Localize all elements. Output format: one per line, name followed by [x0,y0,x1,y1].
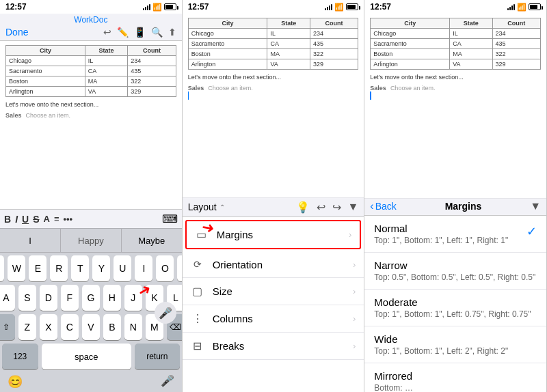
key-s[interactable]: S [18,285,36,311]
list-icon[interactable]: ≡ [54,214,59,224]
emoji-key[interactable]: 😊 [8,374,23,389]
key-a[interactable]: A [0,285,15,311]
undo-icon-2[interactable]: ↩ [317,201,325,214]
key-c[interactable]: C [61,314,79,340]
size-icon: ▢ [191,285,204,298]
text-color-icon[interactable]: A [43,214,49,224]
key-t[interactable]: T [71,255,89,281]
key-o[interactable]: O [156,255,174,281]
key-w[interactable]: W [8,255,25,281]
margin-option-normal[interactable]: Normal Top: 1", Bottom: 1", Left: 1", Ri… [364,216,546,253]
sales-dropdown-3[interactable]: Choose an item. [390,85,436,92]
strikethrough-icon[interactable]: S [33,214,39,225]
app-title: WorkDoc [5,15,176,25]
panel-margins: 12:57 📶 City State Count ChicagoIL234Sac… [364,0,547,392]
undo-icon[interactable]: ↩ [103,27,111,38]
doc-header: WorkDoc Done ↩ ✏️ 📱 🔍 ⬆ [0,14,182,41]
menu-item-columns[interactable]: ⋮ Columns › [183,305,364,333]
table-row: BostonMA322 [6,76,176,87]
back-button[interactable]: ‹ Back [370,200,396,212]
table-cell: Sacramento [188,39,267,49]
margin-desc-1: Top: 0.5", Bottom: 0.5", Left: 0.5", Rig… [374,272,535,282]
keyboard-icon[interactable]: ⌨ [162,212,178,225]
table-cell: Chicago [188,29,267,39]
table-cell: Boston [188,49,267,59]
layout-title[interactable]: Layout ⌃ [188,201,225,212]
margins-chevron-icon: › [349,229,351,240]
menu-item-orientation[interactable]: ⟳ Orientation › [183,252,364,278]
menu-item-breaks[interactable]: ⊟ Breaks › [183,333,364,360]
key-u[interactable]: U [114,255,131,281]
key-g[interactable]: G [82,285,100,311]
key-n[interactable]: N [124,314,142,340]
key-i[interactable]: I [135,255,152,281]
status-icons-3: 📶 [507,3,541,12]
signal-icon-1 [143,3,150,10]
shift-key[interactable]: ⇧ [0,314,15,340]
key-h[interactable]: H [103,285,121,311]
status-bar-1: 12:57 📶 [0,0,182,14]
dropdown-arrow-icon[interactable]: ▼ [348,201,359,213]
table-row: ArlingtonVA329 [188,59,358,70]
margins-dropdown-icon[interactable]: ▼ [530,200,541,212]
signal-icon-3 [507,3,515,10]
orientation-label: Orientation [213,259,353,270]
sales-dropdown-2[interactable]: Choose an item. [208,85,253,92]
search-icon[interactable]: 🔍 [151,27,163,38]
key-x[interactable]: X [40,314,57,340]
key-y[interactable]: Y [92,255,110,281]
margin-desc-4: Bottom: … [374,383,413,392]
table-cell: Chicago [371,29,450,39]
italic-icon[interactable]: I [15,214,18,225]
margin-option-narrow[interactable]: Narrow Top: 0.5", Bottom: 0.5", Left: 0.… [364,253,546,290]
doc-toolbar: Done ↩ ✏️ 📱 🔍 ⬆ [5,27,176,38]
keyboard-row-3: ⇧ Z X C V B N M ⌫ [2,314,180,340]
space-key[interactable]: space [42,344,131,369]
margin-option-mirrored[interactable]: Mirrored Bottom: … [364,363,546,392]
device-icon[interactable]: 📱 [134,27,146,38]
more-icon[interactable]: ••• [63,214,72,224]
key-f[interactable]: F [61,285,79,311]
sales-dropdown-1[interactable]: Choose an item. [26,112,71,119]
mic-button[interactable]: 🎤 [155,302,176,324]
done-button[interactable]: Done [5,27,28,38]
share-icon[interactable]: ⬆ [168,27,176,38]
table-cell: Arlington [371,59,450,70]
key-d[interactable]: D [40,285,57,311]
key-v[interactable]: V [82,314,100,340]
return-key[interactable]: return [135,344,180,369]
autocorrect-item-2[interactable]: Happy [61,229,122,252]
redo-icon[interactable]: ↪ [332,201,341,214]
autocorrect-bar: I Happy Maybe [0,228,182,253]
table-row: SacramentoCA435 [6,66,176,76]
table-cell: 329 [128,87,176,97]
key-q[interactable]: Q [0,255,4,281]
wifi-icon-1: 📶 [152,3,162,12]
margin-option-moderate[interactable]: Moderate Top: 1", Bottom: 1", Left: 0.75… [364,290,546,326]
underline-icon[interactable]: U [22,214,29,225]
bold-icon[interactable]: B [4,214,11,225]
menu-item-size[interactable]: ▢ Size › [183,278,364,305]
table-cell: IL [85,56,127,66]
sales-label-1: Sales [5,112,22,119]
autocorrect-item-3[interactable]: Maybe [122,229,182,252]
key-e[interactable]: E [29,255,46,281]
key-r[interactable]: R [50,255,68,281]
key-p[interactable]: P [177,255,182,281]
table-cell: 435 [492,39,540,49]
table-row: ChicagoIL234 [188,29,358,39]
kb-mic-key[interactable]: 🎤 [161,374,174,389]
layout-header: Layout ⌃ 💡 ↩ ↪ ▼ ➜ [183,198,364,217]
key-z[interactable]: Z [18,314,36,340]
lightbulb-icon[interactable]: 💡 [296,201,310,214]
back-arrow-icon: ‹ [370,200,373,212]
key-b[interactable]: B [103,314,121,340]
edit-icon[interactable]: ✏️ [117,27,129,38]
autocorrect-item-1[interactable]: I [0,229,61,252]
doc-table-3: City State Count ChicagoIL234SacramentoC… [370,18,541,70]
col3-count: Count [492,18,540,29]
num-key[interactable]: 123 [2,344,38,369]
doc-icons: ↩ ✏️ 📱 🔍 ⬆ [103,27,176,38]
table-row: ChicagoIL234 [371,29,541,39]
margin-option-wide[interactable]: Wide Top: 1", Bottom: 1", Left: 2", Righ… [364,326,546,363]
